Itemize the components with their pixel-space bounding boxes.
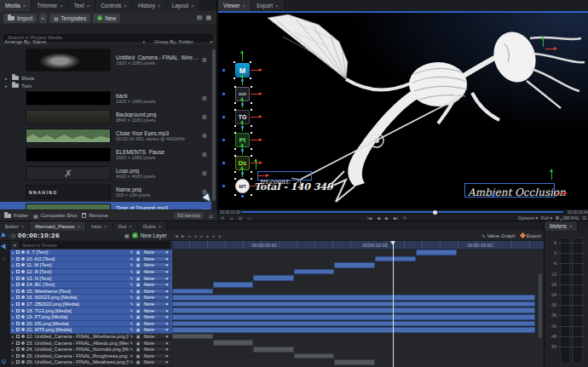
visibility-eye-icon[interactable] bbox=[21, 263, 25, 267]
gizmo-x-axis[interactable] bbox=[251, 94, 262, 95]
close-icon[interactable]: × bbox=[275, 3, 279, 9]
edit-pencil-icon[interactable]: ✎ bbox=[130, 321, 134, 326]
select-tool-icon[interactable] bbox=[1, 244, 9, 253]
gizmo-y-axis[interactable] bbox=[256, 159, 257, 169]
track-blend-dropdown[interactable]: None▾ bbox=[141, 289, 170, 294]
timeline-option-icon-2[interactable]: ● bbox=[194, 233, 197, 238]
group-by-dropdown[interactable]: Group By: Folder ▾ bbox=[150, 39, 216, 44]
timeline-option-icon-6[interactable]: ● bbox=[218, 233, 221, 238]
media-item-elements-pause[interactable]: ELEMENTS_Pause1920 × 1080 pixels⚙ bbox=[0, 146, 211, 164]
remove-button[interactable]: Remove bbox=[82, 213, 107, 218]
visibility-eye-icon[interactable] bbox=[21, 295, 25, 299]
visibility-eye-icon[interactable] bbox=[21, 354, 25, 358]
edit-pencil-icon[interactable]: ✎ bbox=[130, 269, 134, 274]
edit-pencil-icon[interactable]: ✎ bbox=[130, 359, 134, 364]
expand-arrow-icon[interactable]: ▸ bbox=[5, 76, 9, 81]
timeline-ruler[interactable]: 00:00:05:0000:00:10:0000:00:15:00 bbox=[172, 241, 544, 249]
gizmo-y-axis[interactable] bbox=[543, 37, 544, 47]
prev-edit-icon[interactable]: ◀ bbox=[175, 233, 178, 238]
expand-arrow-icon[interactable]: ▸ bbox=[5, 83, 9, 89]
toolbag-layer-badge[interactable]: MT bbox=[235, 179, 250, 193]
track-row-r[interactable]: ▸12. R [Text]✎▣None▾ bbox=[10, 269, 172, 276]
timeline-tab-editor[interactable]: Editor× bbox=[0, 221, 30, 231]
timeline-clip-0[interactable] bbox=[416, 249, 457, 255]
gizmo-x-axis[interactable] bbox=[251, 70, 262, 71]
gizmo-y-axis[interactable] bbox=[242, 51, 243, 61]
media-tab-trimmer[interactable]: Trimmer× bbox=[32, 0, 68, 11]
close-icon[interactable]: × bbox=[569, 224, 573, 229]
media-tab-media[interactable]: Media× bbox=[0, 0, 32, 11]
folder-row-shots[interactable]: ▸Shots bbox=[0, 74, 211, 82]
track-blend-dropdown[interactable]: None▾ bbox=[141, 262, 170, 267]
track-blend-dropdown[interactable]: None▾ bbox=[141, 301, 170, 307]
gear-icon[interactable]: ⚙ bbox=[199, 114, 210, 121]
effects-box-icon[interactable]: ▣ bbox=[136, 256, 141, 261]
effects-box-icon[interactable]: ▣ bbox=[136, 327, 141, 332]
timeline-option-icon-1[interactable]: ● bbox=[188, 233, 191, 238]
edit-pencil-icon[interactable]: ✎ bbox=[130, 308, 134, 313]
composite-shot-button[interactable]: ▦ Composite Shot bbox=[33, 213, 77, 219]
gizmo-y-axis[interactable] bbox=[242, 98, 243, 108]
visibility-eye-icon[interactable] bbox=[21, 250, 25, 254]
edit-pencil-icon[interactable]: ✎ bbox=[130, 256, 134, 261]
track-blend-dropdown[interactable]: None▾ bbox=[141, 321, 170, 326]
tab-meters[interactable]: Meters × bbox=[545, 221, 578, 231]
track-blend-dropdown[interactable]: None▾ bbox=[141, 249, 170, 255]
timeline-clip-12[interactable] bbox=[172, 327, 535, 333]
effects-box-icon[interactable]: ▣ bbox=[136, 301, 141, 307]
media-tab-text[interactable]: Text× bbox=[69, 0, 95, 11]
close-icon[interactable]: × bbox=[21, 224, 25, 229]
edit-pencil-icon[interactable]: ✎ bbox=[130, 341, 134, 346]
effects-box-icon[interactable]: ▣ bbox=[136, 276, 141, 281]
split-view-icon[interactable]: ⇄ bbox=[236, 215, 245, 221]
media-item-time-of-triumph-mp3[interactable]: Time of Triumph.mp300:02:06.047, stereo … bbox=[0, 202, 211, 209]
lock-icon[interactable] bbox=[16, 335, 20, 338]
timeline-tab-intro[interactable]: Intro× bbox=[86, 221, 113, 231]
gizmo-x-axis[interactable] bbox=[545, 49, 556, 49]
gizmo-y-axis[interactable] bbox=[242, 144, 243, 154]
track-blend-dropdown[interactable]: None▾ bbox=[141, 295, 170, 300]
gizmo-x-axis[interactable] bbox=[257, 175, 268, 176]
lock-icon[interactable] bbox=[16, 295, 20, 299]
close-icon[interactable]: × bbox=[124, 3, 127, 9]
track-row-bc[interactable]: ▸14. BC [Text]✎▣None▾ bbox=[10, 282, 172, 289]
timeline-clip-11[interactable] bbox=[172, 321, 535, 327]
edit-pencil-icon[interactable]: ✎ bbox=[130, 276, 134, 281]
visibility-eye-icon[interactable] bbox=[21, 328, 25, 331]
gear-icon[interactable]: ⚙ bbox=[199, 133, 210, 140]
visibility-eye-icon[interactable] bbox=[21, 341, 25, 345]
options-dropdown[interactable]: Options ▾ bbox=[518, 215, 538, 221]
edit-pencil-icon[interactable]: ✎ bbox=[130, 282, 134, 287]
letterbox-icon[interactable]: ▭ bbox=[227, 215, 236, 221]
viewer-seek-bar[interactable] bbox=[241, 211, 563, 213]
track-row-untitled-camera[interactable]: ▸23. Untitled_Camera - FINAL_Albedo.png … bbox=[10, 340, 172, 347]
thumbnail-view-icon[interactable]: ▦ bbox=[204, 14, 213, 21]
slice-tool-icon[interactable]: ∕ bbox=[3, 256, 4, 261]
templates-button[interactable]: ▦ Templates bbox=[49, 14, 90, 23]
arrange-by-dropdown[interactable]: Arrange By: Name ▾ bbox=[0, 39, 150, 44]
lock-icon[interactable] bbox=[16, 315, 20, 318]
expand-panel-icon[interactable]: ⊡ bbox=[209, 213, 213, 219]
track-row-n[interactable]: ▸13. N [Text]✎▣None▾ bbox=[10, 275, 172, 282]
import-dropdown-button[interactable]: ▸ bbox=[39, 14, 47, 23]
lock-icon[interactable] bbox=[16, 347, 20, 351]
prev-frame-icon[interactable]: ◀ bbox=[374, 215, 383, 221]
timeline-clip-5[interactable] bbox=[213, 282, 253, 288]
ambient-occlusion-text-layer[interactable]: Ambient Occlusion bbox=[464, 183, 555, 198]
track-row-pt-png[interactable]: ▸19. PT.png [Media]✎▣None▾ bbox=[10, 314, 172, 321]
timeline-clip-9[interactable] bbox=[172, 307, 535, 313]
edit-pencil-icon[interactable]: ✎ bbox=[130, 301, 134, 307]
visibility-eye-icon[interactable] bbox=[21, 360, 25, 364]
track-blend-dropdown[interactable]: None▾ bbox=[141, 282, 170, 287]
media-item-untitled-camera-final-wireframe-png[interactable]: Untitled_Camera - FINAL_Wireframe.png192… bbox=[0, 47, 211, 74]
new-folder-button[interactable]: Folder bbox=[4, 213, 28, 218]
track-blend-dropdown[interactable]: None▾ bbox=[141, 327, 170, 332]
track-row-untitled-camera[interactable]: ▸26. Untitled_Camera - FINAL_Metalness.p… bbox=[10, 359, 172, 366]
track-blend-dropdown[interactable]: None▾ bbox=[141, 308, 170, 313]
new-layer-button[interactable]: ▦ + New Layer bbox=[124, 232, 167, 238]
lock-icon[interactable] bbox=[16, 322, 20, 325]
value-graph-toggle[interactable]: ∿ Value Graph bbox=[481, 232, 516, 238]
track-blend-dropdown[interactable]: None▾ bbox=[141, 334, 170, 339]
close-icon[interactable]: × bbox=[23, 3, 26, 9]
list-view-icon[interactable]: ▤ bbox=[195, 14, 205, 21]
